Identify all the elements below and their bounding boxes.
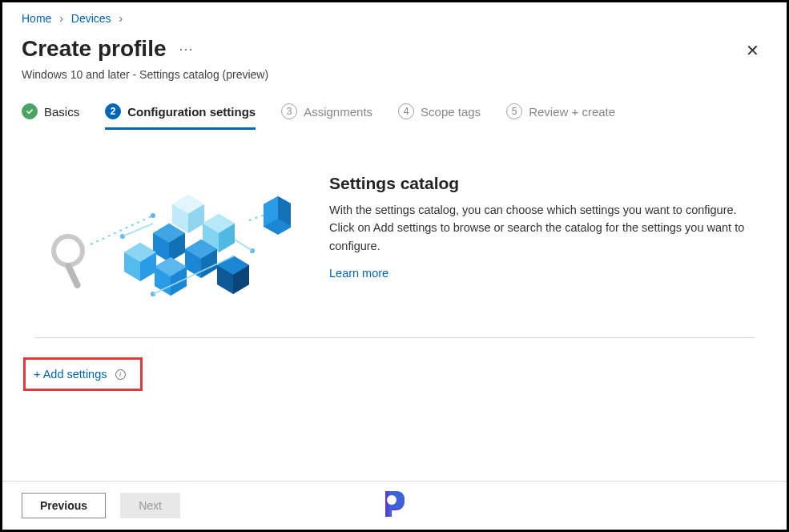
tab-label: Scope tags bbox=[421, 105, 481, 119]
tab-label: Basics bbox=[44, 105, 79, 119]
wizard-footer: Previous Next bbox=[2, 481, 787, 530]
info-icon[interactable]: i bbox=[115, 369, 126, 380]
tab-review-create[interactable]: 5 Review + create bbox=[506, 95, 615, 129]
tab-scope-tags[interactable]: 4 Scope tags bbox=[398, 95, 481, 129]
step-number: 5 bbox=[506, 103, 522, 119]
step-number: 3 bbox=[281, 103, 297, 119]
tab-configuration-settings[interactable]: 2 Configuration settings bbox=[105, 95, 256, 129]
page-header: Create profile ··· ✕ bbox=[2, 30, 787, 68]
add-settings-highlight: + Add settings i bbox=[23, 357, 143, 391]
page-title: Create profile bbox=[22, 36, 167, 62]
brand-logo-icon bbox=[379, 486, 411, 522]
checkmark-icon bbox=[22, 103, 38, 119]
divider bbox=[34, 337, 755, 338]
content-area: Settings catalog With the settings catal… bbox=[2, 129, 787, 337]
learn-more-link[interactable]: Learn more bbox=[329, 267, 388, 280]
chevron-right-icon: › bbox=[59, 12, 63, 25]
step-number: 4 bbox=[398, 103, 414, 119]
wizard-tabs: Basics 2 Configuration settings 3 Assign… bbox=[2, 95, 787, 129]
tab-label: Review + create bbox=[529, 105, 615, 119]
more-actions-button[interactable]: ··· bbox=[176, 41, 197, 58]
previous-button[interactable]: Previous bbox=[22, 493, 106, 518]
svg-point-2 bbox=[151, 213, 155, 218]
breadcrumb: Home › Devices › bbox=[2, 2, 787, 30]
tab-label: Assignments bbox=[304, 105, 372, 119]
step-number: 2 bbox=[105, 103, 121, 119]
catalog-title: Settings catalog bbox=[329, 174, 755, 193]
svg-point-6 bbox=[387, 495, 397, 505]
svg-point-0 bbox=[54, 236, 83, 265]
close-button[interactable]: ✕ bbox=[738, 36, 767, 65]
catalog-description: With the settings catalog, you can choos… bbox=[329, 201, 746, 255]
page-subtitle: Windows 10 and later - Settings catalog … bbox=[2, 68, 787, 95]
tab-assignments[interactable]: 3 Assignments bbox=[281, 95, 372, 129]
settings-catalog-info: Settings catalog With the settings catal… bbox=[329, 174, 755, 280]
add-settings-button[interactable]: + Add settings i bbox=[34, 368, 126, 381]
tab-label: Configuration settings bbox=[127, 105, 256, 119]
breadcrumb-home[interactable]: Home bbox=[22, 12, 51, 25]
next-button: Next bbox=[120, 493, 180, 518]
tab-basics[interactable]: Basics bbox=[22, 95, 79, 129]
breadcrumb-devices[interactable]: Devices bbox=[71, 12, 111, 25]
chevron-right-icon: › bbox=[119, 12, 123, 25]
settings-catalog-illustration bbox=[34, 174, 291, 318]
add-settings-label: + Add settings bbox=[34, 368, 107, 381]
